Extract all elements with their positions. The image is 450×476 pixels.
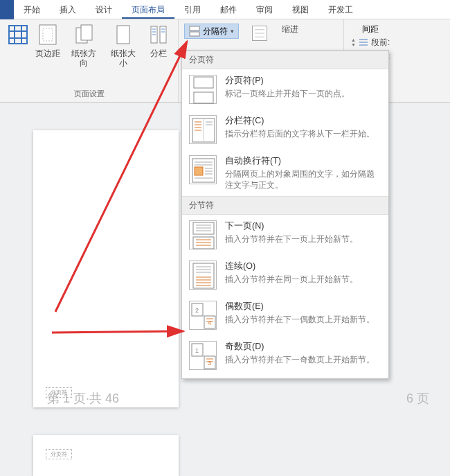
column-break-icon bbox=[189, 115, 217, 144]
menu-title: 连续(O) bbox=[225, 261, 358, 272]
svg-rect-9 bbox=[117, 26, 129, 44]
tab-insert[interactable]: 插入 bbox=[50, 0, 86, 19]
tab-dev[interactable]: 开发工 bbox=[318, 0, 363, 19]
menu-desc: 插入分节符并在下一奇数页上开始新节。 bbox=[225, 354, 375, 365]
svg-rect-8 bbox=[81, 25, 92, 40]
menu-title: 分页符(P) bbox=[225, 75, 350, 87]
menu-item-odd-page[interactable]: 13 奇数页(D) 插入分节符并在下一奇数页上开始新节。 bbox=[182, 335, 388, 376]
ribbon-tabs: 开始 插入 设计 页面布局 引用 邮件 审阅 视图 开发工 bbox=[0, 0, 450, 19]
breaks-icon bbox=[189, 26, 200, 37]
size-label: 纸张大小 bbox=[107, 49, 139, 68]
size-button[interactable]: 纸张大小 bbox=[104, 22, 142, 69]
tab-references[interactable]: 引用 bbox=[174, 0, 210, 19]
columns-label: 分栏 bbox=[150, 49, 167, 58]
menu-desc: 插入分节符并在下一偶数页上开始新节。 bbox=[225, 314, 375, 325]
menu-item-next-page[interactable]: 下一页(N) 插入分节符并在下一页上开始新节。 bbox=[182, 215, 388, 255]
orientation-button[interactable]: 纸张方向 bbox=[64, 22, 102, 69]
page-footer-right: 6 页 bbox=[406, 390, 429, 407]
group-page-setup: 页边距 纸张方向 纸张大小 分栏 页面设置 bbox=[0, 19, 179, 102]
menu-item-continuous[interactable]: 连续(O) 插入分节符并在同一页上开始新节。 bbox=[182, 255, 388, 295]
group-label-page-setup: 页面设置 bbox=[74, 87, 105, 100]
tab-mail[interactable]: 邮件 bbox=[210, 0, 246, 19]
menu-desc: 插入分节符并在同一页上开始新节。 bbox=[225, 274, 358, 285]
page-footer-left: 第 1 页·共 46 bbox=[47, 390, 119, 407]
menu-item-page-break[interactable]: 分页符(P) 标记一页终止并开始下一页的点。 bbox=[182, 69, 388, 109]
svg-rect-5 bbox=[39, 25, 56, 44]
tab-view[interactable]: 视图 bbox=[282, 0, 318, 19]
orientation-icon bbox=[73, 24, 95, 46]
tab-design[interactable]: 设计 bbox=[86, 0, 122, 19]
menu-desc: 指示分栏符后面的文字将从下一栏开始。 bbox=[225, 128, 375, 139]
page-break-icon bbox=[189, 75, 217, 104]
menu-section-section-breaks: 分节符 bbox=[182, 196, 388, 215]
spinner-icon[interactable]: ▲▼ bbox=[351, 37, 356, 47]
app-icon bbox=[0, 0, 14, 19]
theme-button[interactable] bbox=[4, 22, 31, 69]
odd-page-icon: 13 bbox=[189, 341, 217, 370]
margins-icon bbox=[37, 24, 59, 46]
columns-icon bbox=[147, 24, 170, 46]
menu-title: 奇数页(D) bbox=[225, 341, 375, 353]
breaks-dropdown: 分页符 分页符(P) 标记一页终止并开始下一页的点。 分栏符(C) 指示分栏符后… bbox=[181, 50, 389, 379]
spacing-before-label: 段前: bbox=[371, 37, 390, 49]
continuous-icon bbox=[189, 261, 217, 290]
svg-rect-30 bbox=[194, 92, 213, 103]
chevron-down-icon: ▾ bbox=[231, 28, 234, 35]
spacing-before-row: ▲▼ 段前: bbox=[351, 35, 390, 49]
svg-rect-0 bbox=[9, 26, 27, 44]
menu-title: 分栏符(C) bbox=[225, 115, 375, 127]
tab-start[interactable]: 开始 bbox=[14, 0, 50, 19]
svg-text:3: 3 bbox=[208, 360, 211, 367]
breaks-label: 分隔符 bbox=[203, 26, 228, 37]
svg-text:2: 2 bbox=[195, 307, 199, 314]
menu-desc: 分隔网页上的对象周围的文字，如分隔题注文字与正文。 bbox=[225, 168, 381, 191]
svg-rect-17 bbox=[190, 26, 199, 30]
next-page-icon bbox=[189, 220, 217, 249]
size-icon bbox=[112, 24, 134, 46]
menu-title: 偶数页(E) bbox=[225, 301, 375, 312]
spacing-label: 间距 bbox=[351, 24, 390, 35]
menu-title: 下一页(N) bbox=[225, 220, 358, 232]
page-thumb-1[interactable]: 分页符 bbox=[33, 130, 179, 407]
svg-rect-40 bbox=[195, 167, 203, 175]
page-thumb-3[interactable]: 分页符 bbox=[33, 435, 179, 476]
menu-desc: 插入分节符并在下一页上开始新节。 bbox=[225, 233, 358, 245]
lines-icon bbox=[359, 37, 368, 47]
breaks-button[interactable]: 分隔符 ▾ bbox=[184, 24, 239, 39]
svg-rect-18 bbox=[190, 32, 199, 36]
menu-title: 自动换行符(T) bbox=[225, 155, 381, 167]
text-wrap-icon bbox=[189, 155, 217, 184]
indent-label: 缩进 bbox=[282, 24, 336, 35]
svg-rect-29 bbox=[194, 77, 213, 88]
even-page-icon: 24 bbox=[189, 301, 217, 330]
menu-item-column-break[interactable]: 分栏符(C) 指示分栏符后面的文字将从下一栏开始。 bbox=[182, 109, 388, 150]
svg-text:4: 4 bbox=[208, 319, 211, 326]
tab-page-layout[interactable]: 页面布局 bbox=[122, 0, 174, 19]
section-marker: 分页符 bbox=[46, 449, 72, 459]
menu-section-page-breaks: 分页符 bbox=[182, 51, 388, 69]
columns-button[interactable]: 分栏 bbox=[143, 22, 174, 69]
theme-icon bbox=[7, 24, 29, 46]
svg-text:1: 1 bbox=[195, 347, 199, 354]
menu-item-even-page[interactable]: 24 偶数页(E) 插入分节符并在下一偶数页上开始新节。 bbox=[182, 295, 388, 335]
tab-review[interactable]: 审阅 bbox=[246, 0, 282, 19]
menu-desc: 标记一页终止并开始下一页的点。 bbox=[225, 88, 350, 99]
menu-item-text-wrap[interactable]: 自动换行符(T) 分隔网页上的对象周围的文字，如分隔题注文字与正文。 bbox=[182, 150, 388, 196]
margins-button[interactable]: 页边距 bbox=[33, 22, 63, 69]
placeholder-icon bbox=[250, 24, 269, 43]
orientation-label: 纸张方向 bbox=[67, 49, 100, 68]
margins-label: 页边距 bbox=[35, 49, 60, 58]
